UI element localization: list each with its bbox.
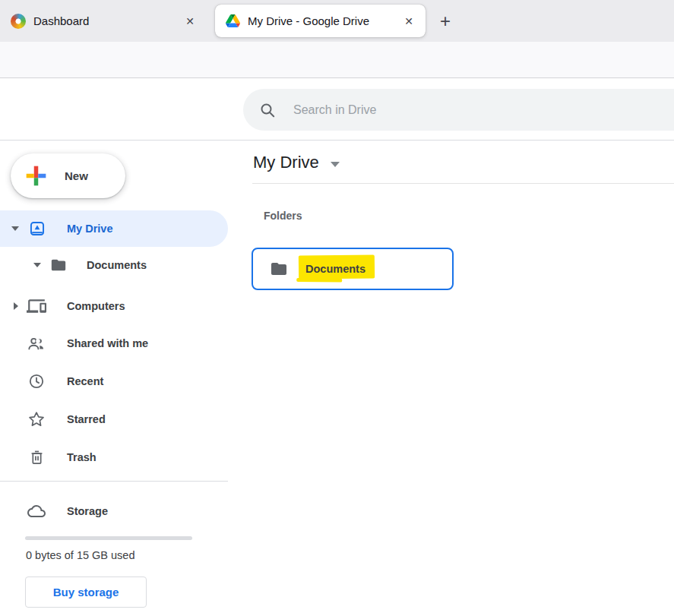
close-icon[interactable]: ✕: [400, 12, 418, 30]
sidebar-item-storage[interactable]: Storage: [0, 493, 228, 529]
sidebar-item-documents[interactable]: Documents: [0, 247, 228, 283]
cloud-icon: [26, 502, 47, 520]
sidebar-item-shared-with-me[interactable]: Shared with me: [0, 325, 228, 362]
sidebar-item-label: Computers: [67, 300, 125, 312]
new-tab-button[interactable]: +: [434, 10, 457, 33]
sidebar: New My Drive Documents Com: [0, 141, 228, 616]
search-input[interactable]: [292, 103, 599, 118]
folder-name-wrap: Documents: [305, 262, 365, 276]
buy-storage-label: Buy storage: [53, 586, 119, 599]
new-button-label: New: [65, 169, 88, 182]
star-icon: [27, 410, 46, 428]
storage-progress-bar: [25, 536, 192, 540]
search-bar[interactable]: [243, 89, 674, 131]
storage-usage-text: 0 bytes of 15 GB used: [26, 549, 134, 561]
computers-icon: [27, 296, 46, 316]
search-icon: [258, 101, 277, 119]
trash-icon: [28, 449, 46, 466]
sidebar-item-starred[interactable]: Starred: [0, 401, 228, 438]
recent-clock-icon: [27, 372, 46, 390]
folder-name: Documents: [305, 263, 365, 275]
sidebar-item-trash[interactable]: Trash: [0, 439, 228, 475]
google-drive-icon: [226, 14, 240, 27]
sidebar-item-label: My Drive: [67, 223, 112, 235]
sidebar-divider: [0, 481, 228, 482]
tab-bar: Dashboard ✕ My Drive - Google Drive ✕ +: [0, 0, 674, 42]
sidebar-item-label: Recent: [67, 375, 103, 387]
main-content: My Drive Folders Documents: [228, 141, 674, 616]
tab-title: My Drive - Google Drive: [248, 14, 369, 27]
tab-dashboard[interactable]: Dashboard ✕: [0, 0, 207, 42]
folder-icon: [50, 257, 67, 273]
sidebar-item-label: Trash: [67, 451, 97, 463]
browser-toolbar: https://drive.google.com/drive/u/1/my-dr…: [0, 42, 674, 78]
chevron-down-icon[interactable]: [331, 162, 340, 167]
page-title: My Drive: [253, 153, 319, 172]
sidebar-item-computers[interactable]: Computers: [0, 288, 228, 324]
expand-caret-icon[interactable]: [33, 263, 41, 267]
folder-icon: [270, 260, 288, 278]
sidebar-item-label: Shared with me: [67, 337, 148, 349]
multicolor-plus-icon: [24, 163, 49, 188]
breadcrumb[interactable]: My Drive: [253, 153, 340, 172]
content-divider: [252, 183, 674, 184]
buy-storage-button[interactable]: Buy storage: [25, 577, 147, 608]
shared-with-me-icon: [27, 334, 46, 353]
sidebar-item-label: Documents: [87, 259, 147, 271]
collapse-caret-icon[interactable]: [14, 302, 18, 310]
tab-title: Dashboard: [33, 14, 89, 27]
tab-my-drive[interactable]: My Drive - Google Drive ✕: [215, 5, 426, 37]
folders-section-label: Folders: [264, 210, 302, 222]
close-icon[interactable]: ✕: [181, 12, 199, 30]
sidebar-item-my-drive[interactable]: My Drive: [0, 210, 228, 247]
new-button[interactable]: New: [11, 153, 125, 198]
folder-card-documents[interactable]: Documents: [252, 248, 454, 290]
sidebar-item-label: Starred: [67, 413, 106, 425]
expand-caret-icon[interactable]: [11, 226, 19, 231]
swirl-icon: [11, 14, 26, 29]
my-drive-icon: [29, 220, 46, 237]
browser-window: Dashboard ✕ My Drive - Google Drive ✕ +: [0, 0, 674, 616]
sidebar-item-recent[interactable]: Recent: [0, 363, 228, 400]
sidebar-item-label: Storage: [67, 505, 108, 517]
